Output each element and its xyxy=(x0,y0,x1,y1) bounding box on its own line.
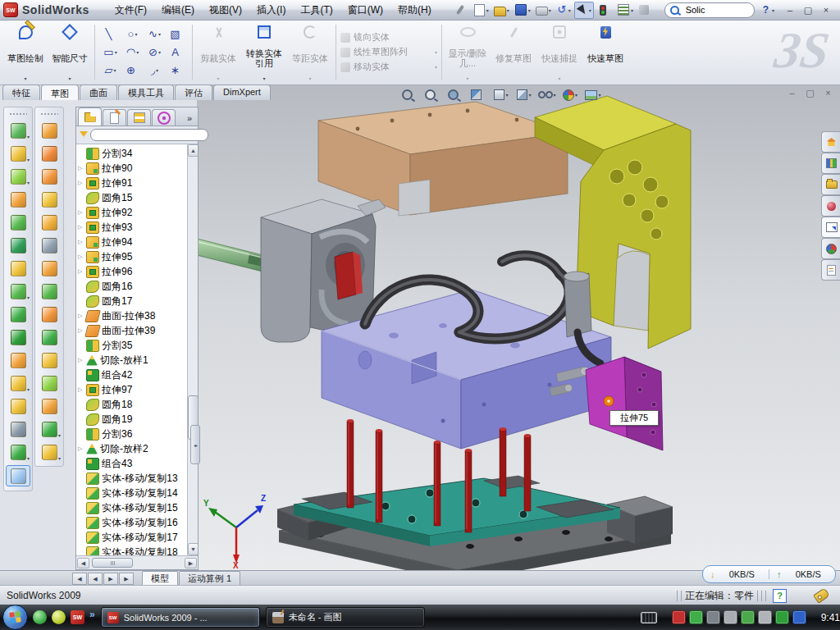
view-orientation[interactable]: ▾ xyxy=(491,87,512,103)
close-button[interactable]: × xyxy=(819,4,833,16)
move-body[interactable]: ▾ xyxy=(7,350,30,370)
featuremanager-tab[interactable] xyxy=(78,107,102,126)
sketch-fillet[interactable]: ◞ ▾ xyxy=(144,62,166,80)
network-warning-icon[interactable] xyxy=(758,610,772,624)
swept-boss[interactable]: ▾ xyxy=(7,189,30,209)
window-paint[interactable]: 未命名 - 画图 xyxy=(266,607,425,628)
part-base-plates[interactable] xyxy=(277,476,673,570)
trim-entities[interactable]: 剪裁实体 ▾ xyxy=(195,20,241,84)
tree-item[interactable]: 圆角19 xyxy=(76,412,188,427)
menu-item[interactable]: 插入(I) xyxy=(249,1,293,20)
tree-item[interactable]: 实体-移动/复制15 xyxy=(76,500,188,515)
appearances-scenes[interactable] xyxy=(821,238,840,259)
document-tab[interactable]: 模型 xyxy=(142,571,178,586)
window-solidworks[interactable]: SW SolidWorks 2009 - ... xyxy=(101,607,260,628)
configurationmanager-tab[interactable] xyxy=(127,109,151,126)
dimxpertmanager-tab[interactable] xyxy=(152,109,176,126)
lofted-boss[interactable]: ▾ xyxy=(7,212,30,232)
print[interactable]: ▾ xyxy=(534,2,553,18)
rapid-sketch[interactable]: 快速草图 ▾ xyxy=(582,20,628,84)
tree-item[interactable]: 实体-移动/复制17 xyxy=(76,530,188,545)
hscroll-thumb[interactable] xyxy=(92,558,133,568)
section-view[interactable]: ▾ xyxy=(468,87,489,103)
command-tab[interactable]: 曲面 xyxy=(80,84,117,100)
reference-geometry[interactable]: ▾ xyxy=(7,396,30,416)
helix-spiral[interactable]: ▾ xyxy=(7,442,30,462)
corner-rectangle[interactable]: ▭ ▾ xyxy=(99,43,121,62)
open-document[interactable]: ▾ xyxy=(492,2,511,18)
tree-item[interactable]: 拉伸90 xyxy=(76,161,188,176)
dome[interactable]: ▾ xyxy=(38,396,61,416)
straight-slot[interactable]: ▱ ▾ xyxy=(99,62,121,80)
zoom-to-area[interactable]: ▾ xyxy=(422,87,443,103)
instant3d[interactable]: ▾ xyxy=(6,465,30,486)
parting-surface[interactable]: ▾ xyxy=(38,304,61,324)
panel-chevron-icon[interactable]: » xyxy=(183,113,196,126)
menu-item[interactable]: 编辑(E) xyxy=(154,1,202,20)
fillet[interactable]: ▾ xyxy=(7,167,30,186)
ruled-surface[interactable]: ▾ xyxy=(38,327,61,347)
solidworks-shortcut-icon[interactable]: SW xyxy=(71,610,84,624)
command-tab[interactable]: 草图 xyxy=(41,84,79,100)
command-tab[interactable]: 特征 xyxy=(2,84,40,100)
view-palette[interactable] xyxy=(821,217,840,238)
tooling-split[interactable]: ▾ xyxy=(38,350,61,370)
ellipse[interactable]: ⊘ ▾ xyxy=(144,43,166,62)
point[interactable]: ∗ ▾ xyxy=(166,62,188,80)
rib[interactable]: ▾ xyxy=(7,304,30,324)
expand-arrow-icon[interactable] xyxy=(78,386,86,393)
expand-arrow-icon[interactable] xyxy=(78,165,86,171)
expand-arrow-icon[interactable] xyxy=(78,209,86,216)
tree-vertical-scrollbar[interactable]: ▲ ▼ xyxy=(187,144,198,555)
convert-entities[interactable]: 转换实体引用 ▾ xyxy=(241,20,287,84)
scroll-left-button[interactable]: ◀ xyxy=(77,558,89,568)
security-center-icon[interactable] xyxy=(775,610,789,624)
tree-item[interactable]: 实体-移动/复制16 xyxy=(76,515,188,530)
part-side-block-selected[interactable] xyxy=(586,357,663,450)
zoom-to-fit[interactable]: ▾ xyxy=(399,87,420,103)
insert-mold-folders[interactable]: ▾ xyxy=(38,189,61,209)
tree-filter-input[interactable] xyxy=(90,129,208,141)
tree-item[interactable]: 组合42 xyxy=(76,368,188,382)
revolved-boss[interactable]: ▾ xyxy=(7,144,30,163)
new-document[interactable]: ▾ xyxy=(472,2,491,18)
magnified-selection[interactable]: ▾ xyxy=(445,87,466,103)
tree-item[interactable]: 拉伸91 xyxy=(76,176,188,190)
agent-gray-icon[interactable] xyxy=(706,610,720,624)
taskbar-clock[interactable]: 9:41 xyxy=(821,612,840,623)
tree-item[interactable]: 分割36 xyxy=(76,427,188,441)
net-speed-widget[interactable]: ↓ 0KB/S ↑ 0KB/S xyxy=(702,565,836,583)
keyboard-layout-icon[interactable] xyxy=(641,612,657,623)
display-style[interactable]: ▾ xyxy=(514,87,535,103)
parting-line[interactable]: ▾ xyxy=(38,121,61,140)
tree-horizontal-scrollbar[interactable]: ◀ ▶ xyxy=(76,555,198,569)
power-green-icon[interactable] xyxy=(741,610,755,624)
hide-show-items[interactable]: ▾ xyxy=(536,87,558,103)
study-nav-button[interactable]: ◀ xyxy=(88,573,103,585)
edit-appearance[interactable]: ▾ xyxy=(559,87,581,103)
insert-part[interactable]: ▾ xyxy=(7,373,30,393)
tags-icon[interactable] xyxy=(813,587,830,604)
scroll-down-button[interactable]: ▼ xyxy=(188,543,198,555)
solidworks-search[interactable] xyxy=(821,195,840,217)
tree-item[interactable]: 组合43 xyxy=(76,456,188,471)
tree-item[interactable]: 拉伸92 xyxy=(76,205,188,220)
split-line[interactable]: ▾ xyxy=(38,167,61,186)
tree-item[interactable]: 实体-移动/复制14 xyxy=(76,486,188,500)
messenger-icon[interactable] xyxy=(33,610,47,624)
boundary-boss[interactable]: ▾ xyxy=(7,235,30,255)
command-tab[interactable]: DimXpert xyxy=(213,84,271,100)
updates-blocked-icon[interactable] xyxy=(792,610,806,624)
expand-arrow-icon[interactable] xyxy=(78,268,86,275)
display-delete-relations[interactable]: 显示/删除几... ▾ xyxy=(445,20,491,84)
undo[interactable]: ↺ ▾ xyxy=(555,2,573,18)
tree-item[interactable]: 圆角18 xyxy=(76,397,188,412)
menu-item[interactable]: 工具(T) xyxy=(293,1,340,20)
draft[interactable]: ▾ xyxy=(38,144,61,163)
help-dropdown-icon[interactable]: ▾ xyxy=(772,7,774,13)
tree-item[interactable]: 实体-移动/复制13 xyxy=(76,471,188,486)
panel-splitter-handle[interactable] xyxy=(190,425,200,464)
core[interactable]: ▾ xyxy=(38,373,61,393)
launcher-ball-icon[interactable] xyxy=(52,610,66,624)
extruded-boss[interactable]: ▾ xyxy=(7,121,30,140)
